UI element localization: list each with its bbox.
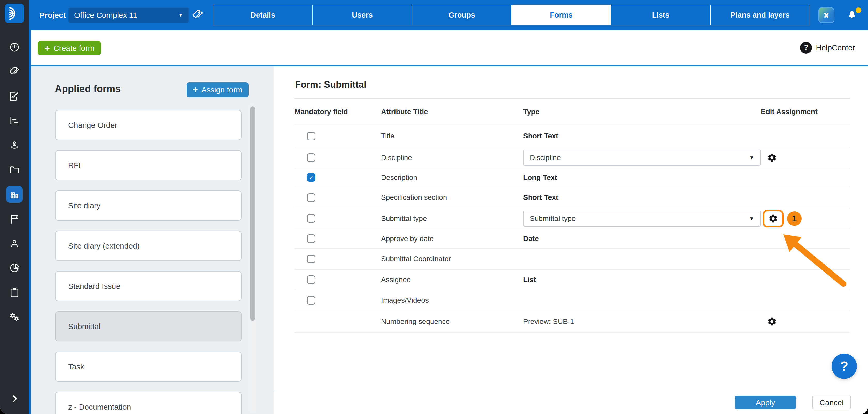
app-logo [5, 4, 24, 23]
app-window: Project Office Complex 11 ▼ DetailsUsers… [0, 0, 868, 414]
sidebar-item-settings-gears[interactable] [6, 309, 23, 325]
column-header-mandatory-field: Mandatory field [294, 108, 381, 116]
notification-dot [856, 7, 861, 13]
type-cell: Long Text [523, 173, 761, 182]
attribute-title-cell: Submittal Coordinator [381, 255, 523, 263]
clipboard-icon [9, 287, 20, 298]
table-row-title: ✓ Title Short Text [294, 125, 850, 147]
mandatory-checkbox[interactable]: ✓ [307, 255, 315, 263]
annotation-badge: 1 [787, 211, 802, 226]
sidebar-item-tags[interactable] [6, 64, 23, 80]
form-card-change-order[interactable]: Change Order [55, 110, 242, 140]
mandatory-cell: ✓ [294, 214, 381, 223]
type-dropdown[interactable]: Discipline▼ [523, 150, 761, 166]
sidebar-item-flag[interactable] [6, 211, 23, 227]
help-button[interactable]: ? [832, 354, 857, 379]
tab-plans-and-layers[interactable]: Plans and layers [710, 5, 810, 25]
form-card-rfi[interactable]: RFI [55, 150, 242, 180]
mandatory-checkbox[interactable]: ✓ [307, 153, 315, 162]
form-card-site-diary[interactable]: Site diary [55, 191, 242, 221]
table-row-assignee: ✓ Assignee List [294, 270, 850, 290]
attributes-table: Mandatory field Attribute Title Type Edi… [294, 98, 850, 333]
tab-details[interactable]: Details [213, 5, 313, 25]
sidebar-item-chart[interactable] [6, 112, 23, 129]
apps-button[interactable] [818, 7, 834, 23]
table-row-approve-by-date: ✓ Approve by date Date [294, 229, 850, 248]
footer-actions: Apply Cancel [274, 390, 868, 414]
attribute-title-cell: Discipline [381, 153, 523, 162]
tab-forms[interactable]: Forms [511, 5, 611, 25]
apply-button[interactable]: Apply [735, 396, 796, 409]
annotation-highlight-box [763, 210, 783, 228]
type-cell: Preview: SUB-1 [523, 317, 761, 326]
type-value: Preview: SUB-1 [523, 317, 574, 325]
mandatory-checkbox[interactable]: ✓ [307, 275, 315, 284]
chevron-right-icon [10, 394, 19, 404]
scrollbar-thumb[interactable] [250, 106, 255, 321]
pie-chart-icon [9, 263, 20, 273]
attribute-title: Images/Videos [381, 296, 429, 304]
cancel-button[interactable]: Cancel [812, 396, 851, 409]
gear-icon[interactable] [767, 317, 777, 326]
form-card-site-diary-extended[interactable]: Site diary (extended) [55, 231, 242, 261]
notifications-button[interactable] [847, 10, 857, 21]
sidebar-item-gauge[interactable] [6, 39, 23, 56]
table-row-submittal-coordinator: ✓ Submittal Coordinator [294, 248, 850, 270]
attribute-title: Submittal type [381, 214, 427, 222]
mandatory-cell: ✓ [294, 275, 381, 284]
gear-icon[interactable] [767, 153, 777, 163]
project-selector[interactable]: Office Complex 11 ▼ [68, 8, 189, 23]
column-header-type: Type [523, 108, 761, 116]
sidebar-item-user[interactable] [6, 235, 23, 252]
attribute-title-cell: Assignee [381, 276, 523, 284]
sidebar-item-form-edit[interactable] [6, 88, 23, 105]
form-card-task[interactable]: Task [55, 351, 242, 382]
type-cell: Short Text [523, 132, 761, 140]
create-form-button[interactable]: + Create form [38, 41, 101, 55]
table-body: ✓ Title Short Text [294, 125, 850, 333]
table-row-numbering-sequence: Numbering sequence Preview: SUB-1 [294, 311, 850, 333]
type-dropdown[interactable]: Submittal type▼ [523, 211, 761, 227]
project-label: Project [39, 0, 66, 30]
form-card-z-documentation[interactable]: z - Documentation [55, 392, 242, 414]
attribute-title: Assignee [381, 276, 411, 284]
mandatory-checkbox[interactable]: ✓ [307, 234, 315, 243]
tab-users[interactable]: Users [312, 5, 412, 25]
sidebar-item-folder[interactable] [6, 162, 23, 178]
mandatory-checkbox[interactable]: ✓ [307, 173, 315, 182]
tab-groups[interactable]: Groups [412, 5, 512, 25]
user-icon [9, 238, 20, 249]
tags-icon[interactable] [192, 9, 204, 21]
scrollbar-track[interactable] [249, 104, 256, 413]
mandatory-checkbox[interactable]: ✓ [307, 296, 315, 305]
edit-assignment-cell [761, 317, 850, 326]
assign-form-button[interactable]: + Assign form [187, 82, 249, 97]
page-header: + Create form ? HelpCenter [31, 30, 868, 66]
caret-down-icon: ▼ [178, 13, 183, 18]
tab-lists[interactable]: Lists [611, 5, 711, 25]
mandatory-cell: ✓ [294, 132, 381, 140]
mandatory-checkbox[interactable]: ✓ [307, 193, 315, 202]
gear-icon[interactable] [768, 214, 778, 223]
form-card-submittal[interactable]: Submittal [55, 311, 242, 342]
sidebar-item-clipboard[interactable] [6, 284, 23, 301]
attribute-title: Title [381, 132, 395, 140]
sidebar-item-pie-chart[interactable] [6, 260, 23, 276]
edit-assignment-cell: 1 [761, 210, 850, 228]
sidebar-item-buildings[interactable] [6, 186, 23, 203]
type-value: Date [523, 235, 539, 243]
sidebar-collapse-button[interactable] [0, 394, 29, 404]
table-header-row: Mandatory field Attribute Title Type Edi… [294, 99, 850, 125]
column-header-edit-assignment: Edit Assignment [761, 108, 850, 116]
tags-icon [9, 66, 20, 77]
form-card-standard-issue[interactable]: Standard Issue [55, 271, 242, 301]
plus-icon: + [193, 85, 198, 95]
attribute-title-cell: Submittal type [381, 214, 523, 223]
main-column: Project Office Complex 11 ▼ DetailsUsers… [31, 0, 868, 414]
mandatory-checkbox[interactable]: ✓ [307, 132, 315, 140]
gauge-icon [9, 42, 20, 53]
sidebar-item-person-location[interactable] [6, 137, 23, 153]
help-center-link[interactable]: ? HelpCenter [800, 30, 855, 65]
attribute-title-cell: Description [381, 173, 523, 182]
mandatory-checkbox[interactable]: ✓ [307, 214, 315, 223]
